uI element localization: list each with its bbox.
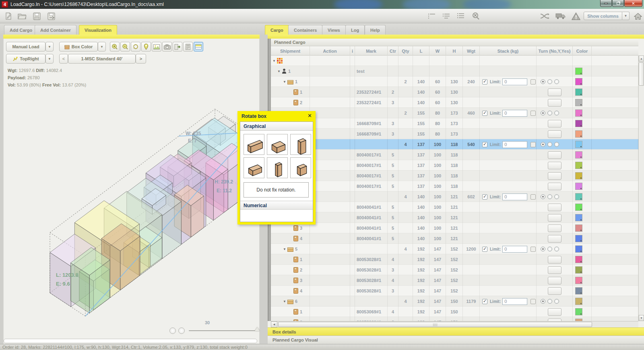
restore-button[interactable] — [612, 0, 624, 7]
truck-icon[interactable] — [555, 11, 566, 21]
home-icon[interactable] — [633, 11, 643, 21]
item-row[interactable]: 480040017#15137100118 — [271, 181, 638, 191]
image-icon[interactable] — [152, 42, 161, 51]
view-angle-select[interactable]: TopRight — [6, 54, 45, 64]
color-swatch[interactable] — [575, 78, 582, 85]
stack-secondary-checkbox[interactable] — [530, 194, 536, 200]
stack-limit-input[interactable] — [502, 78, 527, 85]
zoom-slider-track[interactable] — [189, 330, 258, 331]
orientation-cube-button[interactable] — [290, 157, 311, 178]
turn-option-button[interactable] — [548, 204, 561, 211]
zoom-in-icon[interactable] — [110, 42, 120, 51]
column-header-color[interactable]: Color — [573, 46, 592, 56]
zoom-slider-handle[interactable] — [255, 327, 260, 331]
horizontal-scrollbar[interactable]: ◄ — [271, 321, 638, 327]
do-not-fix-rotation-button[interactable]: Do not fix rotation. — [244, 182, 309, 198]
container-3d-view[interactable]: W: 235E: 7H: 239.2E: 11.2L: 1203.8E: 9.6 — [4, 84, 260, 319]
save-as-icon[interactable] — [46, 11, 56, 21]
orientation-upright-button[interactable] — [290, 134, 311, 155]
color-swatch[interactable] — [575, 214, 582, 221]
color-swatch[interactable] — [575, 266, 582, 274]
turn-yes-radio[interactable] — [554, 79, 559, 84]
turn-no-radio[interactable] — [541, 247, 545, 251]
color-swatch[interactable] — [575, 109, 582, 117]
color-swatch[interactable] — [575, 308, 582, 315]
turn-option-button[interactable] — [548, 130, 561, 138]
turn-no-radio[interactable] — [541, 79, 545, 84]
item-row[interactable]: 280040041#15140100121 — [271, 212, 638, 223]
color-swatch[interactable] — [575, 204, 582, 211]
turn-yes-radio[interactable] — [554, 299, 559, 304]
turn-yes-radio[interactable] — [554, 194, 559, 199]
turn-y-radio[interactable] — [547, 247, 552, 251]
clear-filter-icon[interactable] — [471, 11, 481, 21]
turn-option-button[interactable] — [548, 256, 561, 264]
load-mode-dropdown-arrow[interactable]: ▼ — [45, 42, 54, 51]
tab-add-cargo[interactable]: Add Cargo — [4, 25, 38, 35]
orientation-tall-narrow-button[interactable] — [267, 157, 288, 178]
color-swatch[interactable] — [575, 224, 582, 232]
scroll-down-arrow[interactable]: ▼ — [639, 315, 644, 321]
item-row[interactable]: 180040017#15137100118 — [271, 150, 638, 160]
stack-secondary-checkbox[interactable] — [530, 142, 536, 147]
item-row[interactable]: 480053028#13192147152 — [271, 286, 638, 296]
item-row[interactable]: 280040017#15137100118 — [271, 160, 638, 171]
turn-y-radio[interactable] — [547, 194, 552, 199]
box-color-dropdown-arrow[interactable]: ▼ — [98, 42, 106, 51]
save-icon[interactable] — [31, 11, 42, 21]
tab-visualization[interactable]: Visualization — [79, 25, 117, 35]
item-row[interactable]: 280053069#13192147150 — [271, 317, 638, 321]
pin-icon[interactable] — [141, 42, 151, 51]
color-swatch[interactable] — [575, 183, 582, 190]
stack-limit-input[interactable] — [502, 298, 527, 305]
orientation-flat-button[interactable] — [244, 157, 264, 178]
turn-option-button[interactable] — [548, 266, 561, 274]
list-full-icon[interactable] — [456, 11, 466, 21]
item-row[interactable]: 380053028#14192147152 — [271, 275, 638, 286]
item-row[interactable]: 380040017#15137100118 — [271, 171, 638, 181]
box-details-section[interactable]: Box details — [268, 327, 644, 336]
item-row[interactable]: 480040041#15140100121 — [271, 233, 638, 244]
layout-icon[interactable] — [194, 42, 203, 51]
column-header-mark[interactable]: Mark — [355, 46, 388, 56]
camera-icon[interactable] — [162, 42, 172, 51]
turn-option-button[interactable] — [548, 183, 561, 190]
turn-no-radio[interactable] — [541, 111, 545, 115]
vertical-scrollbar[interactable]: ▲ ▼ — [638, 56, 644, 321]
scroll-left-arrow[interactable]: ◄ — [271, 321, 277, 327]
stack-limit-input[interactable] — [502, 246, 527, 253]
color-swatch[interactable] — [575, 245, 582, 253]
turn-option-button[interactable] — [548, 224, 561, 232]
show-columns-dropdown-arrow[interactable]: ▼ — [622, 12, 630, 20]
item-row[interactable]: 380040041#15140100121 — [271, 223, 638, 233]
tab-help[interactable]: Help — [365, 25, 386, 35]
turn-y-radio[interactable] — [547, 79, 552, 84]
stack-checkbox[interactable] — [482, 142, 487, 147]
tab-containers[interactable]: Containers — [288, 25, 322, 35]
planned-cargo-header[interactable]: Planned Cargo — [271, 39, 638, 46]
orientation-lying-wide-button[interactable] — [267, 134, 288, 155]
color-swatch[interactable] — [575, 256, 582, 263]
stack-limit-input[interactable] — [502, 194, 527, 200]
column-header-i[interactable]: i — [350, 46, 355, 56]
viz-toggle-button-2[interactable] — [178, 327, 185, 334]
rotate-icon[interactable] — [131, 42, 140, 51]
turn-option-button[interactable] — [548, 214, 561, 222]
stack-limit-input[interactable] — [502, 141, 527, 148]
close-button[interactable]: ✕ — [624, 0, 642, 7]
color-swatch[interactable] — [575, 172, 582, 179]
expand-arrow-icon[interactable]: ▼ — [283, 300, 286, 303]
root-row[interactable]: ▼ — [271, 56, 638, 66]
column-header-turn[interactable]: Turn (No,Y,Yes) — [537, 46, 573, 56]
color-swatch[interactable] — [575, 68, 582, 75]
column-header-w[interactable]: W — [429, 46, 446, 56]
turn-option-button[interactable] — [548, 162, 561, 169]
turn-y-radio[interactable] — [547, 299, 552, 304]
stack-checkbox[interactable] — [482, 111, 487, 116]
column-header-action[interactable]: Action — [310, 46, 350, 56]
stack-secondary-checkbox[interactable] — [530, 299, 536, 304]
warning-icon[interactable] — [571, 11, 581, 21]
stack-checkbox[interactable] — [482, 247, 487, 252]
column-header-qty[interactable]: Qty — [398, 46, 413, 56]
item-row[interactable]: 180053028#14192147152 — [271, 254, 638, 265]
